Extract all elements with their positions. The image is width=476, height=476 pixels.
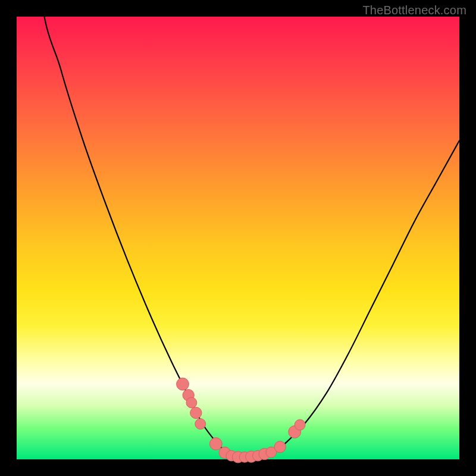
data-marker: [190, 407, 202, 418]
data-markers: [177, 378, 306, 463]
chart-svg: [17, 17, 459, 459]
data-marker: [195, 419, 206, 430]
bottleneck-curve: [17, 0, 459, 458]
data-marker: [177, 378, 189, 390]
watermark-text: TheBottleneck.com: [362, 4, 466, 17]
data-marker: [274, 441, 286, 453]
data-marker: [295, 419, 305, 430]
chart-frame: TheBottleneck.com: [0, 0, 476, 476]
data-marker: [186, 397, 197, 408]
chart-plot-area: [17, 17, 459, 459]
data-marker: [209, 438, 222, 450]
